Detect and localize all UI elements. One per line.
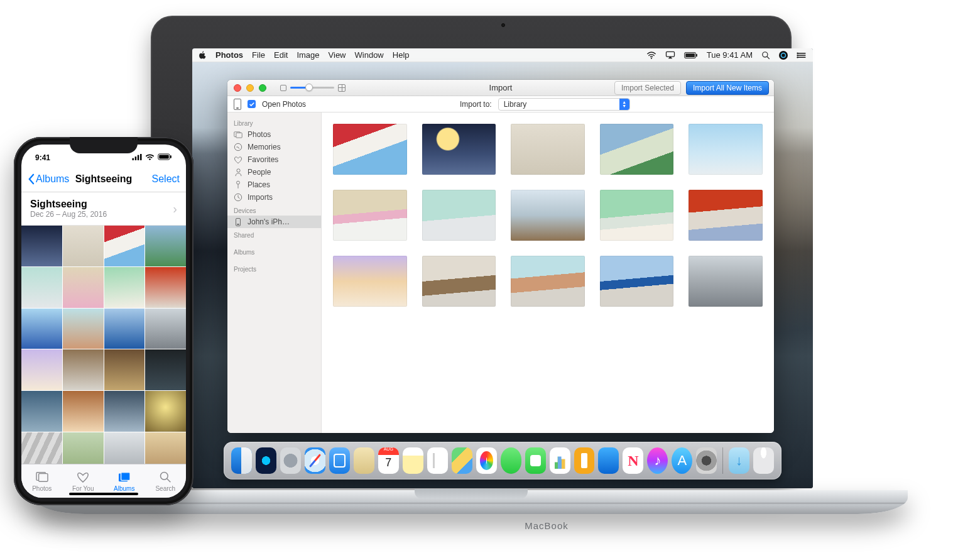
photo-thumbnail[interactable] [63,267,104,308]
import-thumbnail[interactable] [689,124,763,175]
import-thumbnail[interactable] [511,256,585,307]
dock-messages-icon[interactable] [501,447,521,474]
app-menu[interactable]: Photos [215,50,243,60]
menu-image[interactable]: Image [297,50,319,60]
thumbnail-size-slider[interactable] [280,84,346,92]
window-titlebar[interactable]: Import Import Selected Import All New It… [227,80,774,96]
airplay-icon[interactable] [665,51,675,59]
photo-thumbnail[interactable] [104,309,145,349]
menu-edit[interactable]: Edit [274,50,288,60]
dock-itunes-icon[interactable] [647,447,668,474]
import-thumbnail[interactable] [689,190,763,241]
photo-thumbnail[interactable] [145,391,186,432]
import-thumbnail[interactable] [422,256,496,307]
import-thumbnail[interactable] [600,190,674,241]
import-thumbnail[interactable] [689,256,763,307]
dock-safari-icon[interactable] [305,447,325,474]
photo-thumbnail[interactable] [63,226,104,266]
album-header-row[interactable]: Sightseeing Dec 26 – Aug 25, 2016 › [21,192,186,226]
back-button[interactable]: Albums [28,173,69,185]
wifi-icon[interactable] [646,52,656,59]
import-thumbnail[interactable] [422,124,496,175]
dock-siri-icon[interactable] [256,447,276,474]
import-thumbnail[interactable] [333,124,407,175]
photo-thumbnail[interactable] [104,226,145,266]
dock-trash-icon[interactable] [753,447,774,474]
sidebar-item-favorites[interactable]: Favorites [227,153,321,166]
photo-thumbnail[interactable] [104,267,145,308]
photo-thumbnail[interactable] [104,432,145,464]
dock-news-icon[interactable] [623,447,643,474]
sidebar-item-photos[interactable]: Photos [227,128,321,141]
photo-thumbnail[interactable] [145,432,186,464]
dock-notes-icon[interactable] [403,447,423,474]
photo-thumbnail[interactable] [104,391,145,432]
photo-thumbnail[interactable] [21,309,62,349]
menu-file[interactable]: File [252,50,265,60]
minimize-button[interactable] [246,84,254,92]
dock-maps-icon[interactable] [452,447,472,474]
siri-icon[interactable] [779,51,788,60]
sidebar-item-people[interactable]: People [227,166,321,178]
menubar-time[interactable]: Tue 9:41 AM [707,50,753,60]
import-all-button[interactable]: Import All New Items [686,81,769,95]
photo-thumbnail[interactable] [63,432,104,464]
dock-downloads-icon[interactable] [729,447,749,474]
photo-thumbnail[interactable] [145,226,186,266]
slider-knob[interactable] [305,84,313,91]
battery-icon[interactable] [684,52,698,59]
open-photos-checkbox[interactable] [248,100,256,108]
dock-numbers-icon[interactable] [550,447,570,474]
dock-pages-icon[interactable] [574,447,595,474]
close-button[interactable] [234,84,241,92]
sidebar-item-imports[interactable]: Imports [227,191,321,204]
notification-center-icon[interactable] [797,52,807,59]
tab-search[interactable]: Search [145,464,187,498]
select-button[interactable]: Select [152,173,180,185]
import-thumbnail[interactable] [511,124,585,175]
photo-thumbnail[interactable] [21,267,62,308]
import-selected-button[interactable]: Import Selected [614,81,681,95]
photo-thumbnail[interactable] [145,267,186,308]
photo-thumbnail[interactable] [145,309,186,349]
photo-thumbnail[interactable] [63,349,104,390]
photo-thumbnail[interactable] [21,391,62,432]
svg-rect-24 [138,155,139,160]
menu-view[interactable]: View [329,50,346,60]
import-thumbnail[interactable] [511,190,585,241]
zoom-button[interactable] [259,84,266,92]
import-thumbnail[interactable] [600,124,674,175]
dock-finder-icon[interactable] [231,447,252,474]
sidebar-item-places[interactable]: Places [227,178,321,191]
photo-thumbnail[interactable] [104,349,145,390]
import-thumbnail[interactable] [333,190,407,241]
photo-thumbnail[interactable] [21,432,62,464]
apple-menu-icon[interactable] [199,51,207,59]
photo-thumbnail[interactable] [63,309,104,349]
photo-thumbnail[interactable] [21,226,62,266]
photo-thumbnail[interactable] [21,349,62,390]
sidebar-item-memories[interactable]: Memories [227,141,321,153]
dock-contacts-icon[interactable] [354,447,374,474]
dock-facetime-icon[interactable] [525,447,546,474]
photo-thumbnail[interactable] [63,391,104,432]
import-thumbnail[interactable] [333,256,407,307]
import-thumbnail[interactable] [600,256,674,307]
import-to-select[interactable]: Library ▲▼ [498,98,630,111]
dock-keynote-icon[interactable] [598,447,619,474]
photo-thumbnail[interactable] [145,349,186,390]
dock-calendar-icon[interactable]: AUG7 [378,447,399,474]
dock-systempreferences-icon[interactable] [696,447,717,474]
menu-help[interactable]: Help [393,50,410,60]
import-thumbnail[interactable] [422,190,496,241]
spotlight-icon[interactable] [761,51,770,60]
dock-launchpad-icon[interactable] [280,447,301,474]
dock-mail-icon[interactable] [329,447,350,474]
dock-photos-icon[interactable] [476,447,497,474]
sidebar-item-device[interactable]: John's iPh… [227,216,321,228]
dock-appstore-icon[interactable] [672,447,692,474]
menu-window[interactable]: Window [355,50,384,60]
home-indicator[interactable] [69,493,138,495]
tab-photos[interactable]: Photos [21,464,63,498]
dock-reminders-icon[interactable] [427,447,448,474]
